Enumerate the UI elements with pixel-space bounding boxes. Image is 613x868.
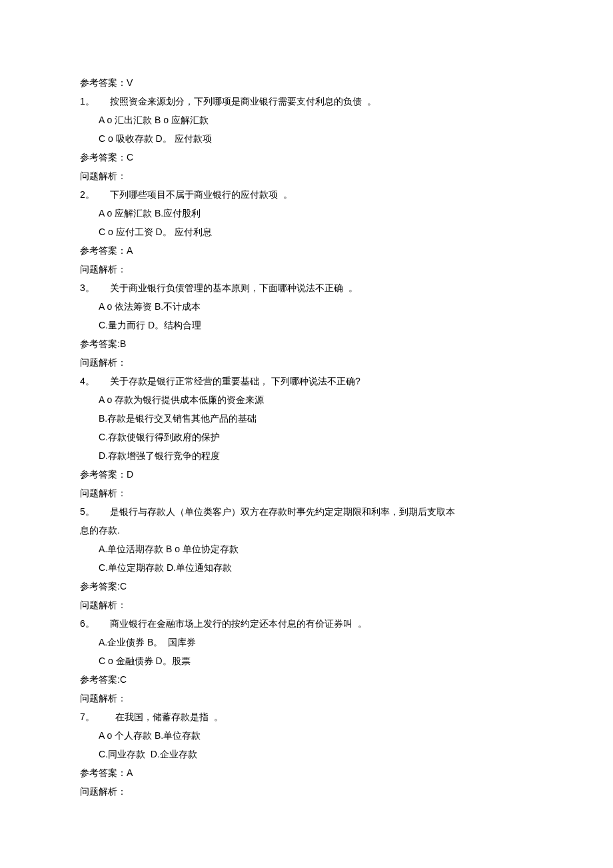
separator: 。	[85, 189, 95, 200]
answer-line: 参考答案:B	[80, 334, 533, 353]
option-line: C.存款使银行得到政府的保护	[80, 428, 533, 446]
answer-line: 参考答案：C	[80, 148, 533, 167]
option-line: A o 汇出汇款 B o 应解汇款	[80, 111, 533, 129]
option-line: A o 应解汇款 B.应付股利	[80, 204, 533, 222]
option-line: D.存款增强了银行竞争的程度	[80, 446, 533, 465]
stem-text: 是银行与存款人（单位类客户）双方在存款时事先约定定期限和利率，到期后支取本	[110, 506, 455, 517]
option-line: A.企业债券 B。 国库券	[80, 633, 533, 651]
question-stem: 6。 商业银行在金融市场上发行的按约定还本付息的有价证券叫 。	[80, 614, 533, 633]
answer-line: 参考答案:C	[80, 670, 533, 689]
analysis-line: 问题解析：	[80, 689, 533, 707]
answer-line: 参考答案:C	[80, 577, 533, 596]
stem-text: 下列哪些项目不属于商业银行的应付款项 。	[110, 189, 293, 200]
option-line: A o 依法筹资 B.不计成本	[80, 297, 533, 316]
separator: 。	[85, 506, 95, 517]
question-number: 7	[80, 711, 85, 722]
question-stem: 2。 下列哪些项目不属于商业银行的应付款项 。	[80, 185, 533, 204]
option-line: A o 存款为银行提供成本低廉的资金来源	[80, 390, 533, 409]
option-line: C.单位定期存款 D.单位通知存款	[80, 558, 533, 577]
separator: 。	[85, 96, 95, 107]
question-stem: 4。 关于存款是银行正常经营的重要基础， 下列哪种说法不正确?	[80, 372, 533, 390]
stem-text: 在我国，储蓄存款是指 。	[115, 711, 223, 722]
option-line: C o 吸收存款 D。 应付款项	[80, 129, 533, 148]
question-stem-cont: 息的存款.	[80, 521, 533, 540]
analysis-line: 问题解析：	[80, 353, 533, 372]
separator: 。	[85, 618, 95, 629]
stem-text: 关于商业银行负债管理的基本原则，下面哪种说法不正确 。	[110, 282, 358, 293]
option-line: C o 金融债券 D。股票	[80, 651, 533, 670]
stem-text: 商业银行在金融市场上发行的按约定还本付息的有价证券叫 。	[110, 618, 367, 629]
question-number: 6	[80, 618, 85, 629]
question-number: 5	[80, 506, 85, 517]
option-line: C o 应付工资 D。 应付利息	[80, 222, 533, 241]
question-number: 1	[80, 96, 85, 107]
question-number: 4	[80, 376, 85, 386]
option-line: C.量力而行 D。结构合理	[80, 316, 533, 334]
question-stem: 5。 是银行与存款人（单位类客户）双方在存款时事先约定定期限和利率，到期后支取本	[80, 502, 533, 521]
analysis-line: 问题解析：	[80, 782, 533, 801]
question-stem: 1。 按照资金来源划分，下列哪项是商业银行需要支付利息的负债 。	[80, 92, 533, 111]
option-line: A.单位活期存款 B o 单位协定存款	[80, 540, 533, 558]
option-line: B.存款是银行交叉销售其他产品的基础	[80, 409, 533, 428]
question-number: 2	[80, 189, 85, 200]
stem-text: 关于存款是银行正常经营的重要基础， 下列哪种说法不正确?	[110, 376, 360, 386]
answer-line: 参考答案：D	[80, 465, 533, 484]
answer-line: 参考答案：A	[80, 241, 533, 260]
separator: 。	[85, 376, 95, 386]
question-stem: 3。 关于商业银行负债管理的基本原则，下面哪种说法不正确 。	[80, 278, 533, 297]
option-line: A o 个人存款 B.单位存款	[80, 726, 533, 745]
answer-line: 参考答案：A	[80, 763, 533, 782]
analysis-line: 问题解析：	[80, 260, 533, 278]
separator: 。	[85, 711, 95, 722]
question-number: 3	[80, 282, 85, 293]
analysis-line: 问题解析：	[80, 167, 533, 185]
analysis-line: 问题解析：	[80, 596, 533, 614]
pre-answer: 参考答案：V	[80, 73, 533, 92]
stem-text: 按照资金来源划分，下列哪项是商业银行需要支付利息的负债 。	[110, 96, 376, 107]
analysis-line: 问题解析：	[80, 484, 533, 502]
separator: 。	[85, 282, 95, 293]
option-line: C.同业存款 D.企业存款	[80, 745, 533, 763]
question-stem: 7。 在我国，储蓄存款是指 。	[80, 707, 533, 726]
